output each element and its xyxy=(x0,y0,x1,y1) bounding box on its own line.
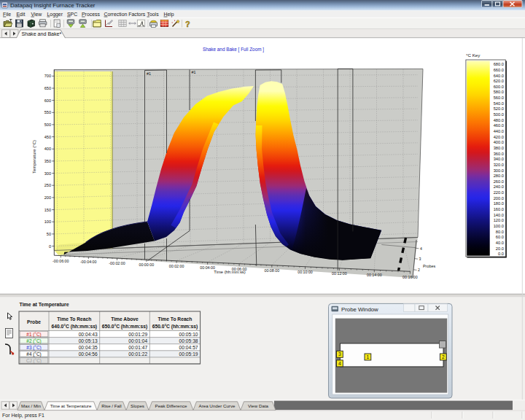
svg-text:350: 350 xyxy=(44,159,51,163)
svg-text:2: 2 xyxy=(418,268,420,272)
svg-text:00:04:35: 00:04:35 xyxy=(79,345,98,350)
svg-text:80.0: 80.0 xyxy=(496,230,504,234)
svg-text:#1: #1 xyxy=(192,70,196,74)
svg-text:160.0: 160.0 xyxy=(494,207,504,211)
svg-text:View Data: View Data xyxy=(248,403,269,408)
svg-text:550: 550 xyxy=(44,110,51,114)
svg-text:300: 300 xyxy=(44,171,51,176)
svg-text:Time at Temperature: Time at Temperature xyxy=(50,403,92,408)
svg-text:00:02:00: 00:02:00 xyxy=(169,264,184,268)
svg-text:520.0: 520.0 xyxy=(494,106,504,111)
svg-text:500.0: 500.0 xyxy=(494,112,504,117)
svg-text:700: 700 xyxy=(44,74,51,78)
svg-text:00:04:43: 00:04:43 xyxy=(79,332,98,337)
svg-text:00:08:00: 00:08:00 xyxy=(264,268,279,273)
svg-text:Shake and Bake*: Shake and Bake* xyxy=(22,31,62,37)
svg-text:20.0: 20.0 xyxy=(496,246,504,251)
svg-text:00:05:38: 00:05:38 xyxy=(179,338,198,343)
svg-text:180.0: 180.0 xyxy=(494,201,504,206)
svg-text:00:00:00: 00:00:00 xyxy=(139,262,154,267)
svg-text:00:04:57: 00:04:57 xyxy=(179,345,198,350)
svg-text:00:05:19: 00:05:19 xyxy=(179,351,198,357)
svg-text:3: 3 xyxy=(419,257,421,261)
svg-text:660.0: 660.0 xyxy=(494,68,504,72)
svg-text:200.0: 200.0 xyxy=(494,196,504,201)
svg-text:00:05:13: 00:05:13 xyxy=(79,338,98,343)
svg-text:Time Above: Time Above xyxy=(111,316,139,322)
svg-text:140.0: 140.0 xyxy=(494,213,504,217)
svg-text:File: File xyxy=(3,12,11,17)
svg-text:00:01:47: 00:01:47 xyxy=(128,345,147,350)
svg-text:Shake and Bake [ Full Zoom ]: Shake and Bake [ Full Zoom ] xyxy=(203,47,264,52)
svg-text:00:05:10: 00:05:10 xyxy=(179,332,198,337)
svg-text:620.0: 620.0 xyxy=(494,79,504,83)
svg-text:650: 650 xyxy=(44,86,51,90)
svg-text:Probes: Probes xyxy=(423,264,435,268)
svg-text:640.0°C (hh:mm:ss): 640.0°C (hh:mm:ss) xyxy=(52,324,98,330)
svg-text:100.0: 100.0 xyxy=(494,224,504,228)
svg-text:Temperature (°C): Temperature (°C) xyxy=(32,140,36,174)
svg-text:50: 50 xyxy=(47,232,51,236)
svg-text:Process: Process xyxy=(82,12,100,17)
svg-text:450: 450 xyxy=(44,135,51,139)
svg-text:320.0: 320.0 xyxy=(494,163,504,167)
svg-text:400.0: 400.0 xyxy=(494,140,504,144)
svg-text:Help: Help xyxy=(164,12,174,18)
svg-text:220.0: 220.0 xyxy=(494,190,504,195)
svg-text:280.0: 280.0 xyxy=(494,174,504,178)
svg-text:380.0: 380.0 xyxy=(494,146,504,150)
svg-text:500: 500 xyxy=(44,122,51,127)
svg-text:Time To Reach: Time To Reach xyxy=(57,316,91,322)
svg-text:460.0: 460.0 xyxy=(494,123,504,128)
svg-text:480.0: 480.0 xyxy=(494,118,504,122)
svg-text:2: 2 xyxy=(442,354,445,359)
svg-text:4: 4 xyxy=(420,246,422,251)
svg-text:540.0: 540.0 xyxy=(494,101,504,106)
svg-text:250: 250 xyxy=(44,183,51,187)
svg-text:600.0: 600.0 xyxy=(494,85,504,89)
svg-text:240.0: 240.0 xyxy=(494,184,504,189)
svg-text:00:16:00: 00:16:00 xyxy=(402,275,418,279)
svg-text:260.0: 260.0 xyxy=(494,179,504,184)
svg-text:°C Key: °C Key xyxy=(466,52,481,58)
svg-text:150: 150 xyxy=(44,208,51,212)
svg-text:#2 (°C): #2 (°C) xyxy=(26,338,41,344)
svg-text:SPC: SPC xyxy=(67,12,77,17)
svg-text:Time To Reach: Time To Reach xyxy=(158,316,192,322)
svg-text:-00:02:00: -00:02:00 xyxy=(109,261,125,265)
svg-text:Peak Difference: Peak Difference xyxy=(155,403,187,408)
svg-text:Logger: Logger xyxy=(47,12,63,18)
svg-text:580.0: 580.0 xyxy=(494,90,504,94)
svg-text:Datapaq Insight Furnace Tracke: Datapaq Insight Furnace Tracker xyxy=(10,2,96,9)
svg-text:#1 (°C): #1 (°C) xyxy=(26,332,41,338)
svg-text:Max / Min: Max / Min xyxy=(21,403,41,408)
svg-text:440.0: 440.0 xyxy=(494,129,504,133)
svg-text:3: 3 xyxy=(338,351,341,357)
svg-text:For Help, press F1: For Help, press F1 xyxy=(2,413,44,419)
svg-text:View: View xyxy=(31,12,42,17)
svg-text:?: ? xyxy=(185,20,190,28)
svg-text:0.0: 0.0 xyxy=(498,252,504,256)
svg-text:CJ (°C): CJ (°C) xyxy=(26,358,42,364)
svg-text:40.0: 40.0 xyxy=(496,241,504,245)
svg-text:650.0°C (hh:mm:ss): 650.0°C (hh:mm:ss) xyxy=(102,324,148,330)
svg-text:Time (hh:mm:ss): Time (hh:mm:ss) xyxy=(214,270,245,274)
svg-text:Probe Window: Probe Window xyxy=(341,306,378,313)
svg-text:-00:04:00: -00:04:00 xyxy=(80,260,96,264)
svg-text:360.0: 360.0 xyxy=(494,152,504,156)
svg-text:Rise / Fall: Rise / Fall xyxy=(101,403,122,408)
svg-text:1: 1 xyxy=(367,354,370,359)
svg-text:0: 0 xyxy=(49,244,51,249)
svg-text:Probe: Probe xyxy=(27,319,41,324)
svg-text:00:04:00: 00:04:00 xyxy=(200,265,215,270)
svg-text:00:01:29: 00:01:29 xyxy=(128,332,147,337)
svg-text:680.0: 680.0 xyxy=(494,62,504,66)
svg-text:#4 (°C): #4 (°C) xyxy=(26,351,41,357)
svg-text:400: 400 xyxy=(44,147,51,151)
svg-text:300.0: 300.0 xyxy=(494,168,504,173)
svg-text:00:14:00: 00:14:00 xyxy=(367,273,382,277)
svg-text:560.0: 560.0 xyxy=(494,96,504,100)
svg-text:00:04:56: 00:04:56 xyxy=(79,351,98,357)
svg-text:00:01:04: 00:01:04 xyxy=(128,338,147,343)
svg-text:Correction Factors: Correction Factors xyxy=(104,12,146,17)
